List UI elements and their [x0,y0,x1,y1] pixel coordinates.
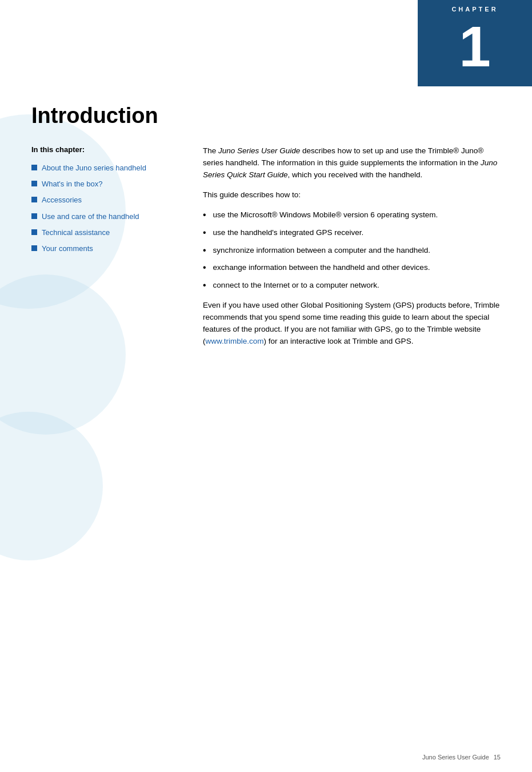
bullet-text: use the Microsoft® Windows Mobile® versi… [213,209,438,221]
chapter-label: CHAPTER [429,6,521,13]
main-content: Introduction In this chapter: About the … [0,86,532,390]
two-column-layout: In this chapter: About the Juno series h… [31,145,501,356]
page-title: Introduction [31,104,501,128]
list-item: • connect to the Internet or to a comput… [203,280,501,292]
chapter-number: 1 [429,21,521,78]
bullet-text: use the handheld's integrated GPS receiv… [213,227,364,239]
list-item[interactable]: Use and care of the handheld [31,212,180,222]
nav-bullet [31,213,37,219]
bullet-text: synchronize information between a comput… [213,245,431,257]
chapter-banner: CHAPTER 1 [418,0,532,86]
list-item: • exchange information between the handh… [203,262,501,274]
bullet-text: connect to the Internet or to a computer… [213,280,379,292]
list-item: • use the Microsoft® Windows Mobile® ver… [203,209,501,221]
list-item: • synchronize information between a comp… [203,245,501,257]
list-item: • use the handheld's integrated GPS rece… [203,227,501,239]
bullet-dot: • [203,281,206,290]
list-item[interactable]: What's in the box? [31,179,180,189]
bullet-text: exchange information between the handhel… [213,262,430,274]
nav-link-whats-in-box[interactable]: What's in the box? [42,179,103,189]
nav-bullet [31,197,37,202]
intro-paragraph-2: This guide describes how to: [203,189,501,201]
intro-paragraph-1: The Juno Series User Guide describes how… [203,145,501,181]
nav-link-tech-assist[interactable]: Technical assistance [42,228,110,238]
list-item[interactable]: Your comments [31,244,180,254]
left-column: In this chapter: About the Juno series h… [31,145,180,260]
footer-title: Juno Series User Guide [422,754,489,761]
bullet-dot: • [203,228,206,237]
in-this-chapter-label: In this chapter: [31,145,180,154]
page-footer: Juno Series User Guide 15 [422,754,501,761]
list-item[interactable]: About the Juno series handheld [31,163,180,173]
nav-bullet [31,165,37,170]
chapter-header: CHAPTER 1 [0,0,532,86]
nav-bullet [31,181,37,186]
list-item[interactable]: Accessories [31,195,180,205]
bullet-dot: • [203,263,206,272]
nav-link-accessories[interactable]: Accessories [42,195,82,205]
nav-link-about[interactable]: About the Juno series handheld [42,163,146,173]
bullet-dot: • [203,210,206,220]
bg-circle-3 [0,412,103,560]
trimble-link[interactable]: www.trimble.com [206,337,264,345]
nav-bullet [31,229,37,235]
chapter-nav-list: About the Juno series handheld What's in… [31,163,180,254]
bullet-dot: • [203,246,206,255]
nav-link-comments[interactable]: Your comments [42,244,93,254]
list-item[interactable]: Technical assistance [31,228,180,238]
right-column: The Juno Series User Guide describes how… [203,145,501,356]
bullet-list: • use the Microsoft® Windows Mobile® ver… [203,209,501,292]
nav-bullet [31,245,37,251]
nav-link-use-care[interactable]: Use and care of the handheld [42,212,139,222]
footer-page-number: 15 [494,754,501,761]
final-paragraph: Even if you have used other Global Posit… [203,300,501,348]
